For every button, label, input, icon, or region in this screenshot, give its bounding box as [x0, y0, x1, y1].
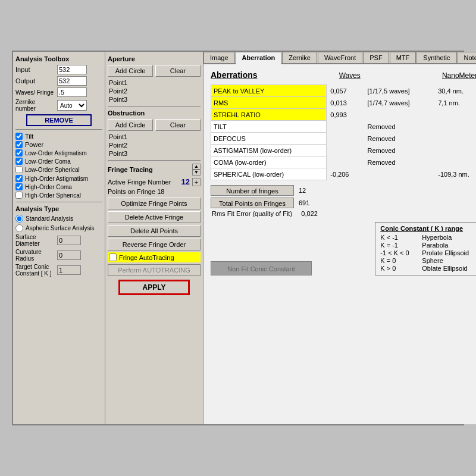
low-astig-label: Low-Order Astigmatism — [25, 150, 87, 156]
apply-button[interactable]: APPLY — [118, 280, 190, 295]
right-panel: Image Aberration Zernike WaveFront PSF M… — [203, 52, 476, 424]
analysis-type-title: Analysis Type — [15, 205, 102, 212]
low-sph-checkbox[interactable] — [15, 166, 23, 173]
tilt-checkbox[interactable] — [15, 133, 23, 140]
waves-field[interactable] — [57, 87, 87, 97]
row-bracket-rms: [1/74,7 waves] — [365, 97, 436, 109]
tab-image[interactable]: Image — [203, 52, 235, 63]
tab-zernike[interactable]: Zernike — [282, 52, 317, 63]
low-coma-checkbox[interactable] — [15, 158, 23, 165]
fringe-up-arrow[interactable]: ▲ — [192, 164, 201, 170]
add-circle-button[interactable]: Add Circle — [108, 65, 153, 77]
surf-diam-field[interactable] — [57, 236, 81, 245]
rms-fit-label: Rms Fit Error (quality of Fit) — [212, 210, 292, 217]
conic-desc-sphere: Sphere — [422, 257, 475, 264]
conic-k-sphere: K = 0 — [380, 257, 422, 264]
add-circle2-button[interactable]: Add Circle — [108, 119, 153, 131]
input-field[interactable] — [57, 65, 87, 74]
obstruction-point3: Point3 — [108, 150, 201, 157]
remove-button[interactable]: REMOVE — [26, 114, 92, 126]
number-of-fringes-btn[interactable]: Number of fringes — [211, 185, 294, 196]
conic-k-oblate: K > 0 — [380, 265, 422, 272]
high-coma-checkbox[interactable] — [15, 183, 23, 190]
conic-desc-parabola: Parabola — [422, 242, 475, 249]
conic-row-parabola: K = -1 Parabola — [380, 242, 475, 249]
tab-psf[interactable]: PSF — [363, 52, 389, 63]
high-coma-label: High-Order Coma — [25, 184, 72, 190]
table-row: SPHERICAL (low-order) -0,206 -109,3 nm. — [211, 168, 477, 180]
active-fringe-label: Active Fringe Number — [108, 178, 179, 186]
low-astig-checkbox[interactable] — [15, 149, 23, 156]
conic-k-hyperbola: K < -1 — [380, 234, 422, 241]
aperture-point3: Point3 — [108, 96, 201, 103]
aspheric-radio[interactable] — [15, 224, 23, 232]
row-bracket-spherical — [365, 168, 436, 180]
optimize-fringe-button[interactable]: Optimize Fringe Points — [108, 198, 201, 209]
row-bracket-ptv: [1/17,5 waves] — [365, 85, 436, 97]
target-conic-field[interactable] — [57, 265, 81, 275]
content-area: Aberrations Waves NanoMeters PEAK to VAL… — [203, 64, 476, 424]
target-conic-label: Target Conic Constant [ K ] — [15, 264, 57, 277]
fringe-tracing-title: Fringe Tracing — [108, 166, 153, 173]
fringe-down-arrow[interactable]: ▼ — [192, 170, 201, 176]
tab-aberration[interactable]: Aberration — [236, 52, 282, 64]
clear-button[interactable]: Clear — [155, 65, 201, 77]
curv-rad-field[interactable] — [57, 250, 81, 260]
nm-header: NanoMeters — [442, 71, 476, 80]
aperture-point2: Point2 — [108, 87, 201, 95]
table-row: ASTIGMATISM (low-order) Removed — [211, 145, 477, 156]
aperture-point1: Point1 — [108, 79, 201, 86]
middle-panel: Aperture Add Circle Clear Point1 Point2 … — [105, 52, 203, 424]
aberrations-table: PEAK to VALLEY 0,057 [1/17,5 waves] 30,4… — [211, 84, 476, 180]
analysis-toolbox-title: Analysis Toolbox — [15, 55, 102, 62]
autotracing-label: Fringe AutoTracing — [119, 254, 174, 261]
delete-all-button[interactable]: Delete All Points — [108, 225, 201, 237]
reverse-fringe-button[interactable]: Reverse Fringe Order — [108, 239, 201, 250]
standard-radio[interactable] — [15, 215, 23, 223]
clear2-button[interactable]: Clear — [155, 119, 201, 131]
aspheric-label: Aspheric Surface Analysis — [26, 225, 95, 231]
conic-row-sphere: K = 0 Sphere — [380, 257, 475, 264]
tilt-label: Tilt — [25, 133, 33, 140]
zernike-label: Zernike number — [15, 99, 57, 112]
table-row: STREHL RATIO 0,993 — [211, 109, 477, 121]
delete-active-button[interactable]: Delete Active Fringe — [108, 211, 201, 223]
row-val-ptv: 0,057 — [327, 85, 365, 97]
row-name-spherical: SPHERICAL (low-order) — [211, 168, 327, 180]
zernike-select[interactable]: Auto — [57, 100, 87, 111]
left-panel: Analysis Toolbox Input Output Waves/ Fri… — [13, 52, 105, 424]
output-field[interactable] — [57, 76, 87, 86]
row-nm-strehl — [436, 109, 476, 121]
high-astig-label: High-Order Astigmatism — [25, 176, 88, 182]
tab-mtf[interactable]: MTF — [390, 52, 416, 63]
conic-row-oblate: K > 0 Oblate Ellipsoid — [380, 265, 475, 272]
main-window: Analysis Toolbox Input Output Waves/ Fri… — [12, 51, 464, 425]
perform-autotracing-button[interactable]: Perform AUTOTRACING — [108, 264, 201, 276]
fit-conic-button[interactable]: Non Fit Conic Constant — [211, 261, 312, 275]
high-astig-checkbox[interactable] — [15, 175, 23, 182]
row-name-ptv: PEAK to VALLEY — [211, 85, 327, 97]
rms-fit-val: 0,022 — [301, 210, 318, 217]
fringe-plus-button[interactable]: + — [192, 178, 201, 186]
row-val-astig — [327, 145, 365, 156]
conic-desc-prolate: Prolate Ellipsoid — [422, 249, 475, 256]
autotracing-checkbox[interactable] — [109, 253, 117, 261]
obstruction-point1: Point1 — [108, 133, 201, 140]
tab-synthetic[interactable]: Synthetic — [416, 52, 456, 63]
row-bracket-tilt: Removed — [365, 121, 436, 133]
row-name-coma: COMA (low-order) — [211, 156, 327, 168]
total-points-val: 691 — [294, 199, 309, 206]
conic-k-prolate: -1 < K < 0 — [380, 249, 422, 256]
table-row: TILT Removed — [211, 121, 477, 133]
high-sph-checkbox[interactable] — [15, 192, 23, 199]
conic-desc-hyperbola: Hyperbola — [422, 234, 475, 241]
obstruction-point2: Point2 — [108, 142, 201, 149]
standard-label: Standard Analysis — [26, 215, 73, 222]
row-val-strehl: 0,993 — [327, 109, 365, 121]
power-checkbox[interactable] — [15, 141, 23, 148]
total-points-btn[interactable]: Total Points on Fringes — [211, 198, 294, 208]
tab-notes[interactable]: Notes — [458, 52, 476, 63]
tabs-row: Image Aberration Zernike WaveFront PSF M… — [203, 52, 476, 64]
tab-wavefront[interactable]: WaveFront — [318, 52, 362, 63]
row-val-defocus — [327, 133, 365, 145]
